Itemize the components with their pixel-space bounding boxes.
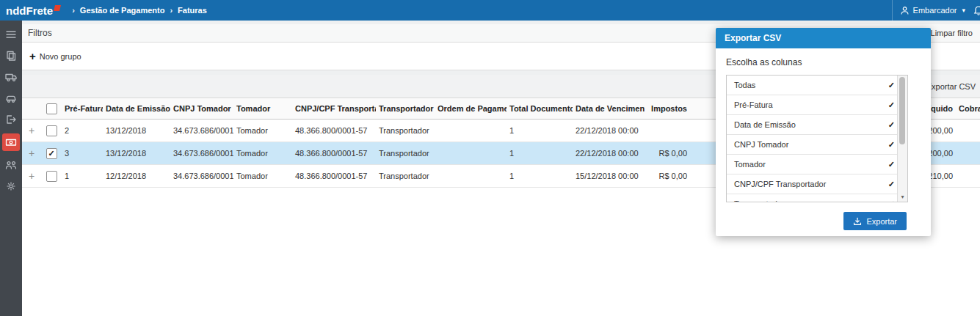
cell-data_vencimento: 15/12/2018 00:00 [573, 172, 645, 180]
column-option[interactable]: Data de Emissão✓ [727, 115, 907, 135]
column-header-cnpj_cpf_transportador[interactable]: CNPJ/CPF Transportador [292, 104, 376, 113]
breadcrumb: › Gestão de Pagamento › Faturas [72, 6, 207, 15]
logout-icon[interactable] [2, 112, 20, 127]
column-label: Ordem de Pagamento [438, 104, 507, 113]
column-header-check[interactable] [41, 103, 62, 114]
column-option[interactable]: Pré-Fatura✓ [727, 95, 907, 115]
check-icon: ✓ [888, 160, 895, 169]
column-header-total_documentos[interactable]: Total Documentos [507, 104, 573, 113]
export-button-label: Exportar [866, 217, 897, 226]
cell-check[interactable] [41, 125, 62, 136]
cell-total_documentos: 1 [507, 126, 573, 135]
row-checkbox[interactable] [46, 171, 57, 182]
export-csv-modal: Exportar CSV Escolha as colunas ▾ Todas✓… [716, 28, 931, 236]
app-window: nddFrete › Gestão de Pagamento › Faturas… [0, 0, 980, 316]
list-scrollbar[interactable]: ▾ [897, 76, 907, 202]
cell-check[interactable] [41, 171, 62, 182]
cell-check[interactable]: ✓ [41, 148, 62, 159]
column-option[interactable]: CNPJ Tomador✓ [727, 135, 907, 155]
cell-data_emissao: 13/12/2018 [103, 126, 170, 135]
column-label: Pré-Fatura [65, 104, 103, 113]
column-header-ordem_pagamento[interactable]: Ordem de Pagamento [435, 104, 507, 113]
modal-column-list: ▾ Todas✓Pré-Fatura✓Data de Emissão✓CNPJ … [726, 75, 908, 202]
expand-row-button[interactable]: + [22, 125, 41, 136]
column-option[interactable]: CNPJ/CPF Transportador✓ [727, 174, 907, 194]
column-label: Data de Vencimento [576, 104, 645, 113]
column-label: CNPJ/CPF Transportador [295, 104, 376, 113]
row-checkbox[interactable] [46, 125, 57, 136]
person-icon [900, 6, 910, 15]
modal-subtitle: Escolha as colunas [726, 57, 908, 67]
truck-icon[interactable] [2, 70, 20, 84]
column-header-data_emissao[interactable]: Data de Emissão ↓ [103, 104, 170, 113]
check-icon: ✓ [888, 199, 895, 203]
scrollbar-thumb[interactable] [899, 77, 905, 144]
breadcrumb-gestao-pagamento[interactable]: Gestão de Pagamento [80, 6, 165, 15]
check-icon: ✓ [888, 100, 895, 110]
payment-icon[interactable] [2, 133, 20, 151]
chevron-down-icon: ▾ [962, 7, 965, 14]
new-group-label: Novo grupo [40, 52, 81, 61]
cell-cnpj_cpf_transportador: 48.366.800/0001-57 [292, 149, 376, 158]
cell-transportador: Transportador [376, 172, 435, 180]
cell-transportador: Transportador [376, 126, 435, 135]
brand-logo[interactable]: nddFrete [6, 4, 60, 17]
check-icon: ✓ [888, 140, 895, 150]
cell-total_documentos: 1 [507, 149, 573, 158]
column-header-cnpj_tomador[interactable]: CNPJ Tomador [170, 104, 233, 113]
top-bar: nddFrete › Gestão de Pagamento › Faturas… [0, 0, 980, 21]
modal-header: Exportar CSV [716, 28, 931, 48]
column-option[interactable]: Tomador✓ [727, 155, 907, 174]
bell-icon[interactable] [973, 4, 980, 16]
cell-tomador: Tomador [233, 149, 292, 158]
user-menu[interactable]: Embarcador ▾ [892, 0, 973, 21]
cell-transportador: Transportador [376, 149, 435, 158]
column-label: Transportador [379, 104, 434, 113]
column-option-label: CNPJ Tomador [734, 140, 788, 149]
column-label: Tomador [236, 104, 270, 113]
column-header-data_vencimento[interactable]: Data de Vencimento [573, 104, 645, 113]
column-header-transportador[interactable]: Transportador [376, 104, 435, 113]
column-option-label: Tomador [734, 160, 766, 169]
column-header-pre_fatura[interactable]: Pré-Fatura [62, 104, 103, 113]
expand-row-button[interactable]: + [22, 170, 41, 182]
plus-icon: + [29, 52, 36, 60]
documents-icon[interactable] [2, 48, 20, 63]
menu-icon[interactable] [2, 27, 20, 42]
expand-row-button[interactable]: + [22, 147, 41, 159]
vehicle-icon[interactable] [2, 91, 20, 106]
breadcrumb-faturas[interactable]: Faturas [178, 6, 207, 15]
cell-pre_fatura: 3 [62, 149, 103, 158]
sidebar [0, 21, 22, 316]
column-header-tomador[interactable]: Tomador [233, 104, 292, 113]
cell-tomador: Tomador [233, 172, 292, 180]
scrollbar-down-arrow[interactable]: ▾ [898, 192, 907, 202]
cell-data_emissao: 13/12/2018 [103, 149, 170, 158]
modal-title: Exportar CSV [725, 33, 781, 43]
column-label: CNPJ Tomador [173, 104, 231, 113]
filters-title: Filtros [28, 28, 52, 38]
cell-cnpj_cpf_transportador: 48.366.800/0001-57 [292, 172, 376, 180]
export-button[interactable]: Exportar [843, 212, 907, 230]
column-option-label: Todas [734, 81, 755, 89]
row-checkbox[interactable]: ✓ [46, 148, 57, 159]
users-icon[interactable] [2, 158, 20, 172]
download-icon [853, 217, 862, 226]
cell-impostos: R$ 0,00 [645, 149, 690, 158]
check-icon: ✓ [888, 81, 895, 90]
column-option[interactable]: Transportador✓ [727, 194, 907, 202]
column-option-label: Transportador [734, 199, 785, 202]
column-header-impostos[interactable]: Impostos [645, 104, 690, 113]
settings-icon[interactable] [2, 179, 20, 194]
new-group-button[interactable]: + Novo grupo [29, 52, 81, 61]
column-option-label: CNPJ/CPF Transportador [734, 180, 826, 188]
column-option[interactable]: Todas✓ [727, 76, 907, 95]
column-header-cobranca[interactable]: Cobra [956, 104, 980, 113]
column-label: Impostos [651, 104, 687, 113]
chevron-right-icon: › [170, 6, 173, 15]
check-icon: ✓ [888, 180, 895, 189]
cell-pre_fatura: 2 [62, 126, 103, 135]
check-icon: ✓ [888, 120, 895, 130]
modal-body: Escolha as colunas ▾ Todas✓Pré-Fatura✓Da… [716, 48, 931, 202]
select-all-checkbox[interactable] [46, 103, 57, 114]
